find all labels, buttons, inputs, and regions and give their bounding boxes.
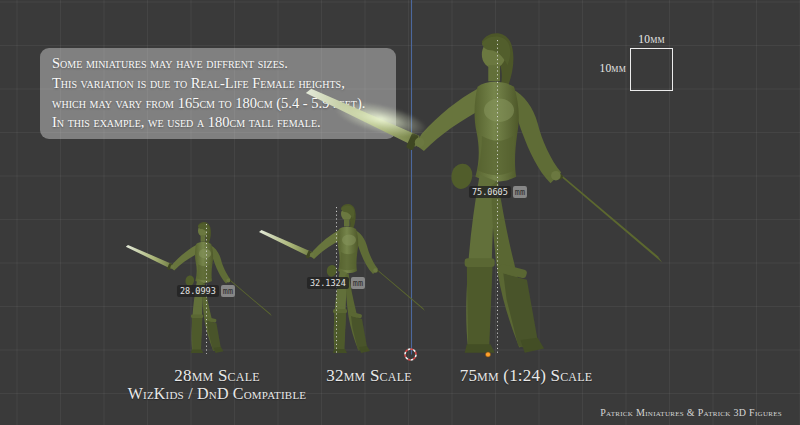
object-origin-dot[interactable] <box>486 352 491 357</box>
measurement-value: 28.0993 <box>177 285 219 297</box>
scene-canvas[interactable] <box>0 0 800 425</box>
measurement-value: 32.1324 <box>307 277 349 289</box>
3d-viewport[interactable]: Some miniatures may have diffrent sizes.… <box>0 0 800 425</box>
measurement-unit: mm <box>221 285 235 297</box>
scale-caption-75mm: 75mm (1:24) Scale <box>460 366 593 386</box>
measurement-unit: mm <box>513 186 527 198</box>
reference-square-side-label: 10mm <box>584 62 626 74</box>
measurement-unit: mm <box>351 277 365 289</box>
measurement-label-75mm: 75.0605mm <box>469 187 527 197</box>
reference-square-10mm <box>630 48 673 91</box>
measurement-label-32mm: 32.1324mm <box>307 278 365 288</box>
scale-caption-28mm: 28mm Scale <box>174 366 259 386</box>
scale-caption-32mm: 32mm Scale <box>326 366 411 386</box>
measurement-label-28mm: 28.0993mm <box>177 286 235 296</box>
measurement-value: 75.0605 <box>469 186 511 198</box>
reference-square-top-label: 10mm <box>630 33 673 45</box>
scale-caption-28mm-compat: WizKids / DnD Compatible <box>128 385 306 403</box>
footer-credit: Patrick Miniatures & Patrick 3D Figures <box>600 407 782 418</box>
